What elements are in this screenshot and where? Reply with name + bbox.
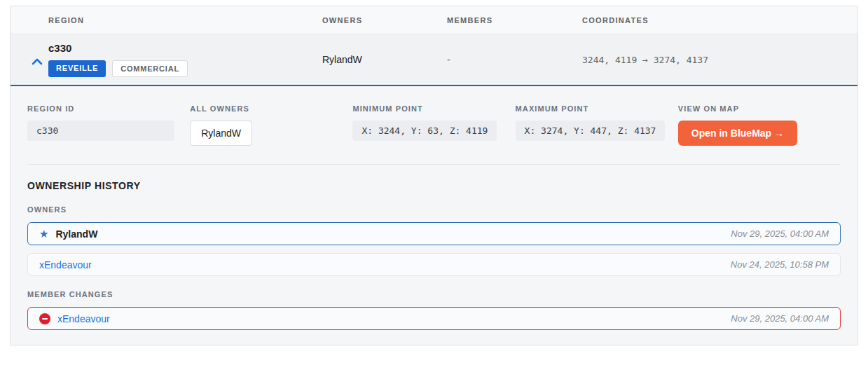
owner-history-row[interactable]: xEndeavour Nov 24, 2025, 10:58 PM bbox=[27, 253, 841, 276]
row-members-value: - bbox=[447, 54, 582, 65]
minimum-point-label: MINIMUM POINT bbox=[352, 104, 515, 113]
owner-history-timestamp: Nov 24, 2025, 10:58 PM bbox=[731, 259, 829, 270]
owner-history-name: RylandW bbox=[55, 228, 97, 240]
owners-section-label: OWNERS bbox=[27, 205, 841, 214]
row-owners-value: RylandW bbox=[322, 54, 447, 65]
column-header-coordinates: COORDINATES bbox=[582, 16, 857, 25]
field-maximum-point: MAXIMUM POINT X: 3274, Y: 447, Z: 4137 bbox=[516, 104, 678, 146]
open-in-bluemap-button[interactable]: Open in BlueMap → bbox=[678, 121, 797, 146]
field-all-owners: ALL OWNERS RylandW bbox=[190, 104, 352, 146]
all-owners-label: ALL OWNERS bbox=[190, 104, 352, 113]
field-view-on-map: VIEW ON MAP Open in BlueMap → bbox=[678, 104, 841, 146]
owner-history-name-link[interactable]: xEndeavour bbox=[39, 259, 92, 270]
member-change-row[interactable]: xEndeavour Nov 29, 2025, 04:00 AM bbox=[27, 307, 841, 330]
member-change-name-link[interactable]: xEndeavour bbox=[57, 313, 110, 324]
field-region-id: REGION ID c330 bbox=[27, 104, 190, 146]
field-minimum-point: MINIMUM POINT X: 3244, Y: 63, Z: 4119 bbox=[352, 104, 515, 146]
region-id-label: REGION ID bbox=[27, 104, 190, 113]
detail-fields: REGION ID c330 ALL OWNERS RylandW MINIMU… bbox=[27, 104, 841, 146]
view-on-map-label: VIEW ON MAP bbox=[678, 104, 841, 113]
table-row[interactable]: c330 REVEILLE COMMERCIAL RylandW - 3244,… bbox=[11, 34, 857, 86]
row-coordinates-value: 3244, 4119 → 3274, 4137 bbox=[582, 55, 857, 65]
column-header-members: MEMBERS bbox=[447, 16, 582, 25]
region-name: c330 bbox=[48, 42, 322, 54]
region-detail-panel: REGION ID c330 ALL OWNERS RylandW MINIMU… bbox=[11, 86, 857, 345]
member-removed-icon bbox=[39, 313, 50, 324]
minimum-point-value: X: 3244, Y: 63, Z: 4119 bbox=[352, 121, 497, 141]
region-type-badge: COMMERCIAL bbox=[112, 60, 188, 77]
region-id-value: c330 bbox=[27, 121, 174, 141]
owner-chip[interactable]: RylandW bbox=[190, 121, 252, 146]
region-details-card: REGION OWNERS MEMBERS COORDINATES c330 R… bbox=[10, 6, 858, 345]
column-header-owners: OWNERS bbox=[322, 16, 447, 25]
current-owner-star-icon: ★ bbox=[39, 228, 48, 239]
maximum-point-label: MAXIMUM POINT bbox=[516, 104, 678, 113]
maximum-point-value: X: 3274, Y: 447, Z: 4137 bbox=[516, 121, 666, 141]
column-header-region: REGION bbox=[11, 16, 322, 25]
member-change-timestamp: Nov 29, 2025, 04:00 AM bbox=[731, 313, 829, 324]
chevron-up-icon[interactable] bbox=[32, 56, 43, 64]
member-changes-section-label: MEMBER CHANGES bbox=[27, 290, 841, 299]
owner-history-timestamp: Nov 29, 2025, 04:00 AM bbox=[731, 228, 829, 239]
world-badge: REVEILLE bbox=[48, 60, 106, 77]
table-header: REGION OWNERS MEMBERS COORDINATES bbox=[11, 6, 857, 34]
section-divider bbox=[27, 164, 841, 165]
owner-history-row[interactable]: ★ RylandW Nov 29, 2025, 04:00 AM bbox=[27, 222, 841, 245]
ownership-history-title: OWNERSHIP HISTORY bbox=[27, 180, 841, 191]
